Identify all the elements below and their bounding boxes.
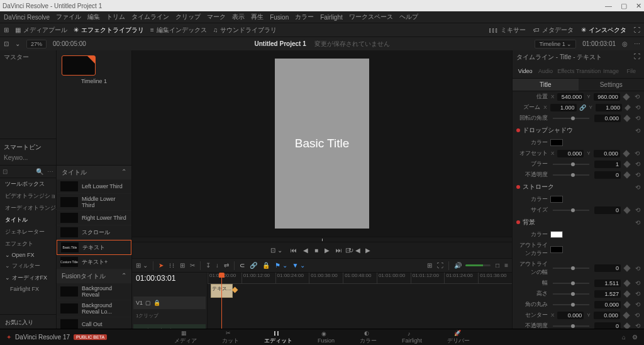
viewer[interactable]: Basic Title [132,50,512,237]
blade-tool-icon[interactable]: ✂ [190,262,195,269]
menu-item[interactable]: マーク [207,13,226,21]
keyframe-marker[interactable] [232,287,238,293]
mark-in-icon[interactable]: ◀ [355,247,360,254]
bg-section[interactable]: 背景⟲ [513,215,644,229]
inspector-tab-image[interactable]: Image [601,65,621,77]
menu-item[interactable]: 再生 [251,13,264,21]
fx-cat-atrans[interactable]: オーディオトランジ... [0,202,56,214]
title-item[interactable]: Custom Titleテキスト+ [57,255,131,269]
bg-corner-slider[interactable] [553,304,589,305]
inspector-tab-transition[interactable]: Transition [576,65,601,77]
bg-height-value[interactable] [594,290,621,298]
bg-height-slider[interactable] [553,293,589,295]
stroke-size-value[interactable] [594,206,621,214]
mixer-button[interactable]: ⫿⫿⫿ ミキサー [489,26,526,35]
zoom-y[interactable] [596,104,622,111]
bg-opacity-value[interactable] [594,322,621,329]
trim-tool-icon[interactable]: ⫶⫶ [169,262,175,269]
inspector-button[interactable]: ✳ インスペクタ [581,26,626,35]
fusion-title-item[interactable]: Background Reveal Lo... [57,300,131,317]
fx-cat-filter[interactable]: ⌄ フィルター [0,260,56,272]
fx-more-icon[interactable]: ⋯ [47,168,53,175]
home-icon[interactable]: ⌂ [622,334,626,341]
page-fusion[interactable]: ◉Fusion [318,331,335,344]
close-icon[interactable]: ✕ [636,2,641,10]
mark-out-icon[interactable]: ▶ [365,247,370,254]
timeline[interactable]: 01:00:03:01 V1 ▢ 🔒 1クリップ A1 オーディオ 1 2.0 … [132,272,512,329]
dim-icon[interactable]: □ [496,262,499,269]
lock-icon[interactable]: 🔒 [262,262,270,269]
menu-item[interactable]: Fairlight [320,14,343,21]
inspector-subtab-title[interactable]: Title [513,79,579,91]
bypass-icon[interactable]: ◎ [622,40,628,47]
viewer-dropdown-icon[interactable]: ⌄ [15,40,20,47]
fusion-title-item[interactable]: Call Out [57,317,131,329]
bg-width-value[interactable] [594,280,621,287]
menu-item[interactable]: カラー [295,13,314,21]
page-edit[interactable]: ⫿⫿エディット [264,330,292,345]
title-item[interactable]: Right Lower Third [57,211,131,225]
snap-icon[interactable]: ⊂ [240,262,245,269]
viewer-mode-icon[interactable]: ⊡ ⌄ [270,247,282,254]
zoom-fit-icon[interactable]: ⛶ [437,262,443,269]
replace-icon[interactable]: ⇄ [224,262,229,269]
video-track-header[interactable]: V1 ▢ 🔒 [133,297,206,309]
menu-item[interactable]: DaVinci Resolve [4,14,50,21]
keyframe-icon[interactable] [625,105,631,111]
keyframe-icon[interactable] [623,115,630,122]
ds-blur-value[interactable] [594,161,621,168]
dynamic-trim-icon[interactable]: ⊞ [180,262,185,269]
inspector-tab-effects[interactable]: Effects [556,65,576,77]
dropshadow-section[interactable]: ドロップシャドウ⟲ [513,123,644,137]
maximize-icon[interactable]: ▢ [621,2,627,10]
fx-cat-generators[interactable]: ジェネレーター [0,226,56,238]
menu-item[interactable]: クリップ [175,13,201,21]
keyframe-icon[interactable] [623,93,630,100]
fx-cat-toolbox[interactable]: ツールボックス [0,178,56,190]
menu-item[interactable]: タイムライン [131,13,169,21]
flag-icon[interactable]: ⚑ ⌄ [275,262,287,269]
fx-cat-vtrans[interactable]: ビデオトランジション [0,190,56,202]
master-bin[interactable]: マスター [0,50,56,64]
ds-offset-y[interactable] [594,150,620,157]
link-icon[interactable]: 🔗 [250,262,257,269]
menu-item[interactable]: 編集 [87,13,100,21]
go-last-icon[interactable]: ⏭ [336,247,342,254]
title-item[interactable]: Left Lower Third [57,179,131,194]
match-frame-icon[interactable]: ⊡ [345,247,350,254]
fx-library-button[interactable]: ✳ エフェクトライブラリ [74,26,144,35]
timeline-timecode-display[interactable]: 01:00:03:01 [133,274,206,285]
title-item-text[interactable]: Basic Titleテキスト [57,240,131,255]
stop-icon[interactable]: ■ [314,247,318,254]
playhead[interactable] [221,273,222,329]
inspector-tab-audio[interactable]: Audio [535,65,555,77]
bg-outline-color-swatch[interactable] [550,246,563,253]
page-color[interactable]: ◐カラー [360,330,377,345]
ds-offset-x[interactable] [557,150,584,157]
settings-icon[interactable]: ⚙ [632,334,638,341]
viewer-menu-icon[interactable]: ⊡ [4,40,9,47]
viewer-options-icon[interactable]: ⋯ [634,40,640,47]
reset-icon[interactable]: ⟲ [635,115,640,122]
jog-marker[interactable] [322,239,323,241]
play-icon[interactable]: ▶ [325,247,330,254]
zoom-percent[interactable]: 27% [26,40,47,48]
fx-search-icon[interactable]: 🔍 [36,168,43,175]
link-icon[interactable]: 🔗 [579,105,586,111]
inspector-tab-file[interactable]: File [621,65,641,77]
title-item[interactable]: Middle Lower Third [57,194,131,211]
selection-tool-icon[interactable]: ➤ [158,262,164,269]
position-x[interactable] [557,93,584,101]
sound-library-button[interactable]: ♫ サウンドライブラリ [213,26,277,35]
page-fairlight[interactable]: ♪Fairlight [402,331,422,344]
bg-center-y[interactable] [594,312,620,319]
tl-view-icon[interactable]: ⊞ ⌄ [136,262,148,269]
smart-bin-header[interactable]: スマートビン [4,143,52,152]
marker-icon[interactable]: ▼ ⌄ [292,262,306,269]
menu-item[interactable]: 表示 [232,13,245,21]
zoom-x[interactable] [550,104,577,111]
bg-corner-value[interactable] [594,301,621,308]
bg-width-slider[interactable] [553,283,589,284]
fx-cat-openfx[interactable]: ⌄ Open FX [0,250,56,260]
keyword-bin[interactable]: Keywo... [4,154,52,161]
